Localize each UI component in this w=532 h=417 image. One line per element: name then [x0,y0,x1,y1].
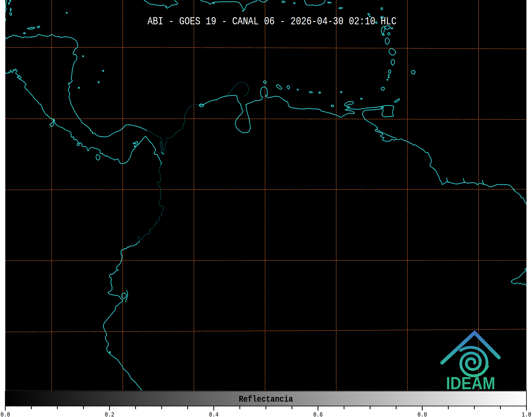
svg-text:Reflectancia: Reflectancia [239,394,293,404]
svg-text:IDEAM: IDEAM [446,373,495,393]
svg-text:ABI - GOES 19 - CANAL 06 - 202: ABI - GOES 19 - CANAL 06 - 2026-04-30 02… [147,15,397,28]
